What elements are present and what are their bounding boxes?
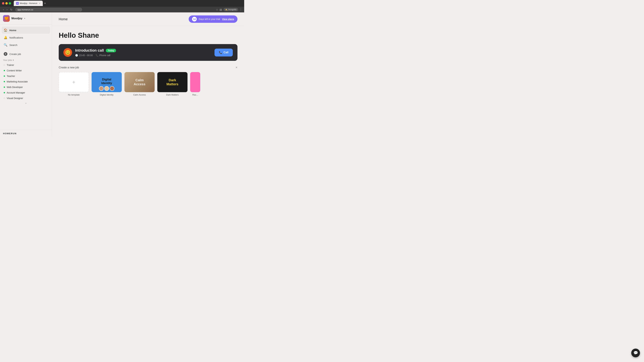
- incognito-indicator: 🕵 Incognito: [224, 8, 238, 11]
- back-button[interactable]: ‹: [2, 8, 5, 11]
- job-status-dot-marketing-associate: [4, 81, 5, 82]
- call-button[interactable]: 📞 Call: [214, 49, 233, 56]
- job-status-dot-visual-designer: [4, 97, 5, 99]
- job-item-marketing-associate[interactable]: Marketing Associate: [2, 79, 50, 84]
- notifications-icon: 🔔: [4, 36, 8, 39]
- your-jobs-label[interactable]: Your jobs ▾: [3, 59, 49, 61]
- main-content: Home 14 Days left in your trial View pla…: [52, 12, 244, 137]
- incognito-label: Incognito: [228, 8, 236, 11]
- sidebar-item-home[interactable]: 🏠 Home: [2, 27, 50, 34]
- template-card-no-template[interactable]: + No template: [59, 72, 89, 96]
- phone-icon: 📞: [96, 54, 98, 57]
- tab-bar: M Moodjoy · Homerun × +: [14, 1, 242, 6]
- template-label-calm-access: Calm Access: [124, 92, 155, 96]
- homerun-logo: HOMERUN: [3, 132, 16, 135]
- job-label-visual-designer: Visual Designer: [7, 97, 23, 99]
- create-job-section-header: Create a new job ×: [59, 65, 238, 69]
- intro-call-type: Phone call: [100, 54, 110, 57]
- bookmark-icon[interactable]: ☆: [216, 8, 218, 11]
- reload-button[interactable]: ↻: [9, 8, 14, 11]
- job-label-trainer: Trainer: [7, 64, 14, 66]
- address-bar: ‹ › ↻ ☆ ▤ 🕵 Incognito ⋮: [0, 7, 244, 12]
- create-job-section-title: Create a new job: [59, 66, 79, 69]
- browser-chrome: M Moodjoy · Homerun × +: [0, 0, 244, 7]
- job-item-content-writer[interactable]: Content Writer: [2, 68, 50, 73]
- new-tab-button[interactable]: +: [44, 2, 46, 5]
- search-icon: 🔍: [4, 43, 8, 47]
- job-status-dot-trainer: [4, 64, 5, 66]
- maximize-window-button[interactable]: [9, 2, 11, 4]
- face-1: [99, 86, 104, 91]
- your-jobs-chevron-icon: ▾: [13, 59, 14, 61]
- template-thumb-calm-access: CalmAccess: [124, 72, 155, 92]
- template-card-calm-access[interactable]: CalmAccess Calm Access: [124, 72, 155, 96]
- template-thumb-rac: [190, 72, 200, 92]
- create-job-button[interactable]: + Create job: [2, 50, 50, 57]
- company-name: Moodjoy: [12, 17, 22, 20]
- page-title: Home: [59, 17, 68, 21]
- intro-call-time: 23:45 - 00:00: [79, 54, 93, 57]
- your-jobs-section: Your jobs ▾: [0, 57, 52, 62]
- intro-call-meta: 🕐 23:45 - 00:00 📞 Phone call: [75, 54, 212, 57]
- view-plans-link[interactable]: View plans: [222, 18, 234, 20]
- job-label-teacher: Teacher: [7, 75, 15, 77]
- template-card-rac[interactable]: Rac...: [190, 72, 200, 96]
- intro-call-time-wrapper: 🕐 23:45 - 00:00: [75, 54, 93, 57]
- create-job-section: Create a new job × + No template Digital…: [59, 65, 238, 96]
- job-item-teacher[interactable]: Teacher: [2, 73, 50, 79]
- tab-close-button[interactable]: ×: [39, 2, 40, 5]
- template-label-digital-identity: Digital Identity: [92, 92, 122, 96]
- template-label-no-template: No template: [59, 92, 89, 96]
- face-3: [110, 86, 114, 91]
- job-item-web-developer[interactable]: Web Developer: [2, 84, 50, 90]
- main-header: Home 14 Days left in your trial View pla…: [52, 12, 244, 26]
- forward-button[interactable]: ›: [6, 8, 8, 11]
- menu-button[interactable]: ⋮: [240, 8, 242, 11]
- trial-badge: 14 Days left in your trial View plans: [189, 15, 238, 23]
- greeting-text: Hello Shane: [59, 31, 238, 39]
- minimize-window-button[interactable]: [5, 2, 8, 4]
- job-label-content-writer: Content Writer: [7, 69, 22, 72]
- call-button-icon: 📞: [219, 51, 222, 54]
- reader-mode-icon[interactable]: ▤: [220, 8, 222, 11]
- create-job-label: Create job: [10, 53, 21, 55]
- template-label-rac: Rac...: [190, 92, 200, 96]
- job-item-trainer[interactable]: Trainer: [2, 62, 50, 68]
- navigation-buttons: ‹ › ↻: [2, 8, 14, 11]
- close-window-button[interactable]: [2, 2, 4, 4]
- intro-call-info: Introduction call Today 🕐 23:45 - 00:00 …: [75, 48, 212, 57]
- sidebar-nav: 🏠 Home 🔔 Notifications 🔍 Search: [0, 25, 52, 50]
- intro-call-type-wrapper: 📞 Phone call: [96, 54, 110, 57]
- face-2: [104, 86, 109, 91]
- main-body: Hello Shane 😊 Introduction call Today 🕐 …: [52, 26, 244, 102]
- job-item-account-manager[interactable]: Account Manager: [2, 90, 50, 95]
- sidebar-item-home-label: Home: [10, 29, 16, 32]
- job-item-visual-designer[interactable]: Visual Designer: [2, 95, 50, 101]
- scroll-down-icon: ▾: [25, 102, 26, 105]
- sidebar-header: 🧡 Moodjoy ▾: [0, 12, 52, 25]
- company-avatar: 🧡: [3, 15, 10, 22]
- sidebar-scroll-indicator: ▾: [0, 101, 52, 105]
- template-card-digital-identity[interactable]: DigitalIdentity Digital Identity: [92, 72, 122, 96]
- sidebar-item-search[interactable]: 🔍 Search: [2, 41, 50, 48]
- tab-title: Moodjoy · Homerun: [20, 2, 38, 4]
- intro-call-title: Introduction call: [75, 48, 104, 53]
- company-avatar-inner: 🧡: [3, 15, 10, 22]
- close-create-job-button[interactable]: ×: [236, 65, 238, 69]
- today-badge: Today: [106, 49, 116, 52]
- template-thumb-digital-identity: DigitalIdentity: [92, 72, 122, 92]
- template-card-dark-matters[interactable]: DarkMatters Dark Matters: [157, 72, 188, 96]
- sidebar-item-notifications[interactable]: 🔔 Notifications: [2, 34, 50, 41]
- template-dark-title: DarkMatters: [166, 78, 178, 86]
- sidebar: 🧡 Moodjoy ▾ 🏠 Home 🔔 Notifications 🔍 Sea…: [0, 12, 52, 137]
- clock-icon: 🕐: [75, 54, 78, 57]
- template-digital-faces: [92, 85, 122, 92]
- intro-call-card[interactable]: 😊 Introduction call Today 🕐 23:45 - 00:0…: [59, 44, 238, 61]
- create-job-icon: +: [4, 52, 8, 56]
- template-calm-title: CalmAccess: [134, 78, 146, 86]
- trial-days-count: 14: [192, 17, 197, 21]
- trial-text: Days left in your trial: [199, 18, 220, 20]
- company-dropdown-icon[interactable]: ▾: [24, 17, 25, 19]
- active-tab[interactable]: M Moodjoy · Homerun ×: [14, 1, 43, 6]
- address-input[interactable]: [15, 8, 82, 11]
